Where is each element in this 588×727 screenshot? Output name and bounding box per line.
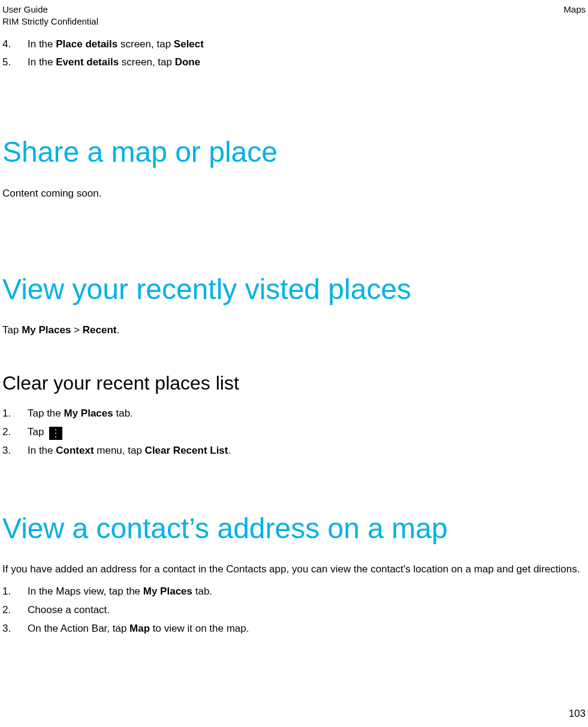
bold-text: My Places (64, 408, 113, 419)
text: screen, tap (119, 56, 175, 68)
contact-steps-list: 1. In the Maps view, tap the My Places t… (2, 585, 586, 636)
step-text: Tap the My Places tab. (28, 407, 133, 421)
step-text: Choose a contact. (28, 604, 110, 617)
list-item: 1. Tap the My Places tab. (2, 407, 586, 421)
text: In the Maps view, tap the (28, 586, 143, 597)
bold-text: My Places (22, 324, 71, 336)
section-body: Content coming soon. (2, 187, 586, 201)
page-content: 4. In the Place details screen, tap Sele… (0, 38, 588, 636)
top-step-list: 4. In the Place details screen, tap Sele… (2, 38, 586, 70)
bold-text: Context (56, 445, 94, 456)
header-title: User Guide (2, 4, 98, 16)
text: tab. (113, 408, 133, 419)
step-number: 5. (2, 56, 28, 70)
step-text: On the Action Bar, tap Map to view it on… (28, 622, 249, 636)
text: . (116, 324, 119, 336)
section-heading-share: Share a map or place (2, 135, 586, 168)
overflow-menu-icon (49, 427, 62, 440)
step-number: 3. (2, 444, 28, 458)
section-heading-contact: View a contact’s address on a map (2, 512, 586, 545)
step-text: In the Context menu, tap Clear Recent Li… (28, 444, 231, 458)
text: Choose a contact. (28, 604, 110, 616)
bold-text: Select (174, 38, 204, 50)
tap-instruction: Tap My Places > Recent. (2, 324, 586, 337)
bold-text: Clear Recent List (145, 445, 228, 456)
list-item: 2. Choose a contact. (2, 604, 586, 617)
list-item: 1. In the Maps view, tap the My Places t… (2, 585, 586, 599)
text: In the (28, 445, 56, 456)
list-item: 3. In the Context menu, tap Clear Recent… (2, 444, 586, 458)
step-number: 1. (2, 407, 28, 421)
step-number: 2. (2, 604, 28, 617)
step-number: 4. (2, 38, 28, 52)
step-number: 3. (2, 622, 28, 636)
text: Tap the (28, 408, 64, 419)
text: Tap (2, 324, 22, 336)
bold-text: Recent (83, 324, 117, 336)
text: to view it on the map. (150, 623, 249, 634)
list-item: 5. In the Event details screen, tap Done (2, 56, 586, 70)
header-left: User Guide RIM Strictly Confidential (2, 4, 98, 28)
text: Tap (28, 426, 47, 438)
text: In the (28, 38, 56, 50)
page-header: User Guide RIM Strictly Confidential Map… (0, 0, 588, 28)
step-text: In the Maps view, tap the My Places tab. (28, 585, 212, 599)
list-item: 2. Tap (2, 426, 586, 439)
subsection-heading-clear: Clear your recent places list (2, 370, 586, 396)
text: screen, tap (117, 38, 174, 50)
bold-text: Done (175, 56, 201, 68)
header-confidential: RIM Strictly Confidential (2, 16, 98, 28)
page-number: 103 (569, 707, 586, 721)
list-item: 4. In the Place details screen, tap Sele… (2, 38, 586, 52)
text: In the (28, 56, 56, 68)
bold-text: Map (129, 623, 150, 634)
step-text: Tap (28, 426, 62, 439)
header-section-name: Maps (563, 4, 586, 16)
text: On the Action Bar, tap (28, 623, 129, 634)
section-heading-recent: View your recently visted places (2, 273, 586, 306)
step-number: 2. (2, 426, 28, 439)
step-text: In the Place details screen, tap Select (28, 38, 204, 52)
step-text: In the Event details screen, tap Done (28, 56, 200, 70)
list-item: 3. On the Action Bar, tap Map to view it… (2, 622, 586, 636)
bold-text: My Places (143, 586, 192, 597)
bold-text: Place details (56, 38, 117, 50)
text: menu, tap (94, 445, 145, 456)
text: > (71, 324, 82, 336)
clear-steps-list: 1. Tap the My Places tab. 2. Tap 3. In t… (2, 407, 586, 458)
step-number: 1. (2, 585, 28, 599)
bold-text: Event details (56, 56, 119, 68)
text: tab. (192, 586, 212, 597)
text: . (228, 445, 231, 456)
section-intro: If you have added an address for a conta… (2, 563, 586, 577)
